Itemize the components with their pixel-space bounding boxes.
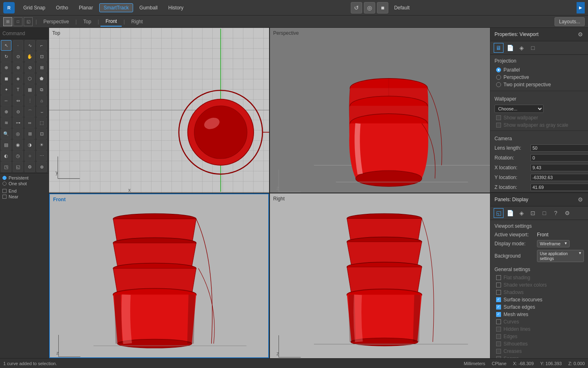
offset-tool[interactable]: ⊝ xyxy=(13,106,23,117)
subobj-tool[interactable]: ⬟ xyxy=(36,73,47,84)
expand-btn[interactable]: ▶ xyxy=(577,2,585,13)
grid-snap-btn[interactable]: Grid Snap xyxy=(19,3,50,12)
rotate-tool[interactable]: ↻ xyxy=(1,51,11,62)
creases-option[interactable]: Creases xyxy=(490,348,588,355)
flat-shading-option[interactable]: Flat shading xyxy=(490,274,588,281)
flat-shading-checkbox[interactable] xyxy=(496,275,501,280)
silhouettes-option[interactable]: Silhouettes xyxy=(490,340,588,348)
properties-gear[interactable]: ⚙ xyxy=(577,30,584,38)
vp-icon-grid[interactable]: ⊞ xyxy=(3,17,12,26)
show-wallpaper-gray-checkbox[interactable] xyxy=(496,123,501,128)
boolean-tool[interactable]: ⊕ xyxy=(1,106,11,117)
pan-tool[interactable]: ✋ xyxy=(24,51,35,62)
nav-tool[interactable]: ⊕ xyxy=(36,162,47,172)
zoom-ext-tool[interactable]: ⊕ xyxy=(1,62,11,73)
mirror-tool[interactable]: ⇔ xyxy=(13,95,23,106)
vp-icon-split[interactable]: ◱ xyxy=(24,17,33,26)
layer-tool[interactable]: ▤ xyxy=(1,139,11,150)
two-point-radio[interactable] xyxy=(496,82,501,87)
material-tool[interactable]: ◑ xyxy=(24,139,35,150)
surface-edges-checkbox[interactable] xyxy=(496,305,501,310)
rotation-input[interactable] xyxy=(530,154,588,162)
tab-top[interactable]: Top xyxy=(78,17,96,26)
persistent-option[interactable]: Persistent xyxy=(2,175,46,181)
object-icon[interactable]: 📄 xyxy=(505,43,515,53)
perspective-option[interactable]: Perspective xyxy=(496,74,582,81)
display-gear[interactable]: ⚙ xyxy=(577,195,584,204)
near-option[interactable]: Near xyxy=(2,194,46,200)
solid-tool[interactable]: ◼ xyxy=(1,73,11,84)
shadows-checkbox[interactable] xyxy=(496,290,501,295)
vp-icon-single[interactable]: □ xyxy=(13,17,22,26)
grid-tool[interactable]: ⊞ xyxy=(24,128,35,139)
display-mode-dropdown[interactable]: Wireframe ▼ xyxy=(537,240,570,247)
end-option[interactable]: End xyxy=(2,188,46,194)
shade-vertex-checkbox[interactable] xyxy=(496,283,501,287)
zoom-2-tool[interactable]: 🔍 xyxy=(1,128,11,139)
curves-checkbox[interactable] xyxy=(496,319,501,324)
edges-checkbox[interactable] xyxy=(496,334,501,339)
hidden-lines-checkbox[interactable] xyxy=(496,327,501,332)
blend-tool[interactable]: ⌣ xyxy=(36,106,47,117)
light-tool[interactable]: ◐ xyxy=(1,150,11,161)
pipe-tool[interactable]: ⊶ xyxy=(13,117,23,128)
seams-option[interactable]: Seams xyxy=(490,355,588,358)
mesh-tool[interactable]: ⬡ xyxy=(24,73,35,84)
dim-tool[interactable]: ✦ xyxy=(1,84,11,95)
parallel-radio[interactable] xyxy=(496,67,501,72)
hidden-lines-option[interactable]: Hidden lines xyxy=(490,325,588,333)
surface-tool[interactable]: ◈ xyxy=(13,73,23,84)
one-shot-option[interactable]: One shot xyxy=(2,181,46,186)
x-location-input[interactable] xyxy=(530,164,588,171)
group-tool[interactable]: ⌂ xyxy=(36,95,47,106)
ortho-btn[interactable]: Ortho xyxy=(51,3,73,12)
silhouettes-checkbox[interactable] xyxy=(496,341,501,346)
display-icon-layers[interactable]: ◱ xyxy=(494,208,503,218)
show-wallpaper-gray-option[interactable]: Show wallpaper as gray scale xyxy=(490,121,588,129)
mesh-wires-option[interactable]: Mesh wires xyxy=(490,311,588,318)
display-icon-split[interactable]: ⊡ xyxy=(528,208,538,218)
show-wallpaper-option[interactable]: Show wallpaper xyxy=(490,114,588,121)
lens-length-input[interactable] xyxy=(530,144,588,152)
frame-tool[interactable]: ⊞ xyxy=(36,62,47,73)
tab-right[interactable]: Right xyxy=(127,17,148,26)
show-wallpaper-checkbox[interactable] xyxy=(496,115,501,120)
z-location-input[interactable] xyxy=(530,184,588,191)
hatch-tool[interactable]: ▦ xyxy=(24,84,35,95)
camera-back-btn[interactable]: ↺ xyxy=(351,2,362,13)
gumball-btn[interactable]: Gumball xyxy=(135,3,162,12)
one-shot-radio[interactable] xyxy=(2,182,7,186)
text-tool[interactable]: T xyxy=(13,84,23,95)
material-icon[interactable]: ◈ xyxy=(517,43,526,53)
seams-checkbox[interactable] xyxy=(496,356,501,358)
select-tool[interactable]: ↖ xyxy=(1,40,11,51)
env-tool[interactable]: ○ xyxy=(24,150,35,161)
line-tool[interactable]: ⌐ xyxy=(36,40,47,51)
viewport-perspective[interactable]: Perspective z x xyxy=(270,28,490,193)
smart-track-btn[interactable]: SmartTrack xyxy=(99,3,134,12)
render-preview-btn[interactable]: ■ xyxy=(377,2,388,13)
wire-tool[interactable]: ≋ xyxy=(1,117,11,128)
surface-edges-option[interactable]: Surface edges xyxy=(490,303,588,311)
shadows-option[interactable]: Shadows xyxy=(490,289,588,296)
misc-tool[interactable]: ⋯ xyxy=(36,150,47,161)
edges-option[interactable]: Edges xyxy=(490,333,588,340)
perspective-radio[interactable] xyxy=(496,75,501,80)
camera-target-btn[interactable]: ◎ xyxy=(364,2,375,13)
flow-tool[interactable]: ∞ xyxy=(24,117,35,128)
snap-tool[interactable]: ⊡ xyxy=(36,128,47,139)
pan2-tool[interactable]: ⊘ xyxy=(24,62,35,73)
viewport-top[interactable]: Top y x xyxy=(49,28,269,193)
fillet-tool[interactable]: ⌒ xyxy=(24,106,35,117)
camera-btn2[interactable]: ◷ xyxy=(13,150,23,161)
creases-checkbox[interactable] xyxy=(496,349,501,354)
point-tool[interactable]: · xyxy=(13,40,23,51)
two-point-option[interactable]: Two point perspective xyxy=(496,81,582,88)
persistent-radio[interactable] xyxy=(2,176,7,180)
near-checkbox[interactable] xyxy=(2,195,7,199)
block-tool[interactable]: ⧉ xyxy=(36,84,47,95)
shade-vertex-option[interactable]: Shade vertex colors xyxy=(490,281,588,289)
tab-front[interactable]: Front xyxy=(100,17,122,27)
analyze-tool[interactable]: ◳ xyxy=(1,162,11,172)
surface-isocurves-checkbox[interactable] xyxy=(496,297,501,302)
